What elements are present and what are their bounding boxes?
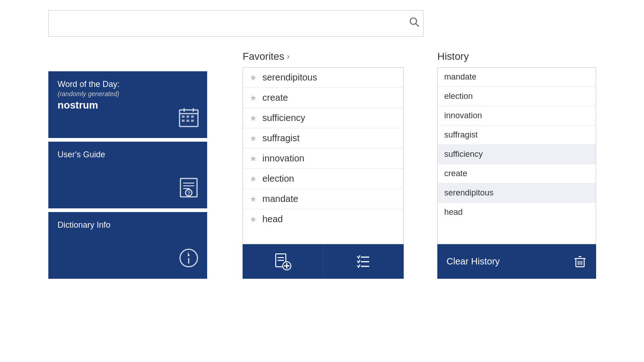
favorites-word: serendipitous	[262, 72, 317, 83]
history-title: History	[437, 51, 469, 63]
svg-point-21	[188, 254, 190, 256]
trash-icon	[573, 255, 587, 269]
svg-rect-7	[186, 115, 189, 118]
manage-favorites-button[interactable]	[324, 244, 404, 279]
favorites-word: mandate	[262, 194, 298, 204]
dictionary-info-tile[interactable]: Dictionary Info i	[48, 212, 207, 279]
history-actions: Clear History	[437, 244, 596, 279]
favorites-word: sufficiency	[262, 113, 305, 123]
favorites-word: election	[262, 173, 294, 184]
favorites-word: head	[262, 214, 283, 224]
favorites-item[interactable]: ★sufficiency	[243, 108, 403, 128]
favorites-word: suffragist	[262, 133, 300, 144]
word-of-day-subtitle: (randomly generated)	[58, 90, 120, 98]
history-item[interactable]: election	[438, 87, 596, 106]
history-item[interactable]: serendipitous	[438, 184, 596, 203]
checklist-icon	[355, 253, 372, 270]
history-item[interactable]: suffragist	[438, 126, 596, 145]
favorites-item[interactable]: ★innovation	[243, 149, 403, 169]
search-button[interactable]	[409, 17, 420, 30]
svg-text:i: i	[187, 251, 189, 258]
search-icon	[409, 17, 420, 28]
star-icon: ★	[249, 154, 257, 164]
favorites-chevron: ›	[287, 52, 289, 61]
history-item[interactable]: head	[438, 203, 596, 222]
star-icon: ★	[249, 174, 257, 184]
history-header: History	[437, 51, 596, 63]
history-item[interactable]: create	[438, 164, 596, 184]
history-item[interactable]: mandate	[438, 68, 596, 87]
word-of-day-tile[interactable]: Word of the Day: (randomly generated) no…	[48, 71, 207, 138]
favorites-word: create	[262, 92, 288, 103]
favorites-item[interactable]: ★mandate	[243, 189, 403, 209]
left-panel: Word of the Day: (randomly generated) no…	[48, 71, 207, 282]
favorites-item[interactable]: ★suffragist	[243, 128, 403, 149]
svg-rect-6	[182, 115, 185, 118]
star-icon: ★	[249, 73, 257, 83]
svg-line-1	[416, 24, 419, 27]
svg-rect-11	[191, 120, 194, 122]
history-list: mandateelectioninnovationsuffragistsuffi…	[437, 67, 596, 244]
svg-point-0	[410, 18, 417, 24]
clear-history-button[interactable]: Clear History	[437, 244, 596, 279]
favorites-item[interactable]: ★election	[243, 169, 403, 189]
favorites-actions	[243, 244, 404, 279]
word-of-day-word: nostrum	[58, 99, 120, 111]
star-icon: ★	[249, 133, 257, 144]
dictionary-info-title: Dictionary Info	[58, 220, 110, 230]
favorites-section: Favorites › ★serendipitous★create★suffic…	[243, 51, 404, 279]
svg-rect-9	[182, 120, 185, 122]
svg-rect-8	[191, 115, 194, 118]
info-icon: i	[179, 248, 199, 272]
history-item[interactable]: sufficiency	[438, 145, 596, 164]
search-container	[48, 10, 424, 37]
svg-text:?: ?	[187, 190, 191, 196]
star-icon: ★	[249, 93, 257, 103]
favorites-header: Favorites ›	[243, 51, 404, 63]
favorites-item[interactable]: ★head	[243, 209, 403, 229]
users-guide-title: User's Guide	[58, 150, 105, 160]
star-icon: ★	[249, 113, 257, 123]
favorites-word: innovation	[262, 153, 304, 164]
favorites-list: ★serendipitous★create★sufficiency★suffra…	[243, 67, 404, 244]
favorites-item[interactable]: ★create	[243, 88, 403, 108]
word-of-day-title: Word of the Day:	[58, 80, 120, 89]
users-guide-tile[interactable]: User's Guide ?	[48, 142, 207, 208]
favorites-title: Favorites	[243, 51, 284, 63]
star-icon: ★	[249, 194, 257, 204]
svg-rect-10	[186, 120, 189, 122]
svg-rect-2	[180, 110, 198, 126]
history-item[interactable]: innovation	[438, 106, 596, 126]
guide-icon: ?	[179, 178, 199, 202]
star-icon: ★	[249, 214, 257, 224]
add-favorite-button[interactable]	[243, 244, 324, 279]
history-section: History mandateelectioninnovationsuffrag…	[437, 51, 596, 279]
calendar-icon	[179, 107, 199, 132]
add-favorite-icon	[274, 253, 291, 270]
clear-history-label: Clear History	[447, 256, 500, 267]
search-input[interactable]	[48, 10, 424, 37]
favorites-item[interactable]: ★serendipitous	[243, 68, 403, 88]
